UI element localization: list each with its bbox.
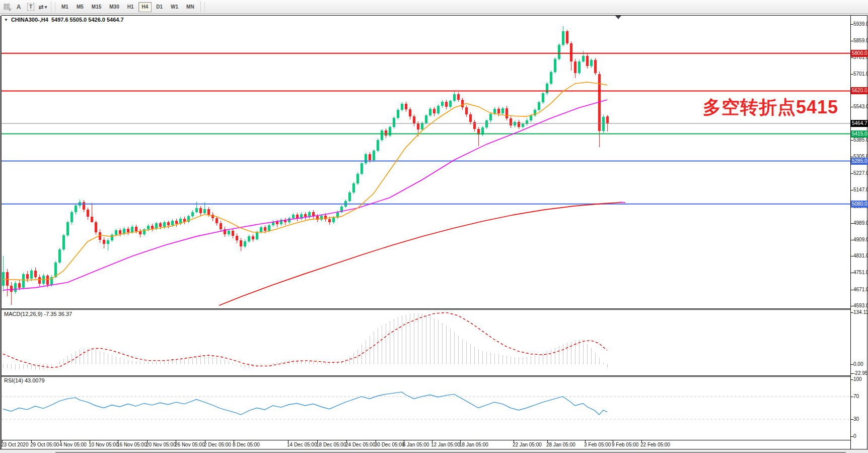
main-chart-area[interactable] [2, 16, 850, 308]
macd-panel-area[interactable] [2, 310, 850, 375]
mt4-terminal: F A T ⇄ ▾ M1M5M15M30H1H4D1W1MN ▼ CHINA30… [0, 0, 868, 453]
price-axis[interactable] [851, 16, 868, 448]
rsi-panel-area[interactable] [2, 377, 850, 440]
time-axis[interactable] [2, 440, 850, 448]
